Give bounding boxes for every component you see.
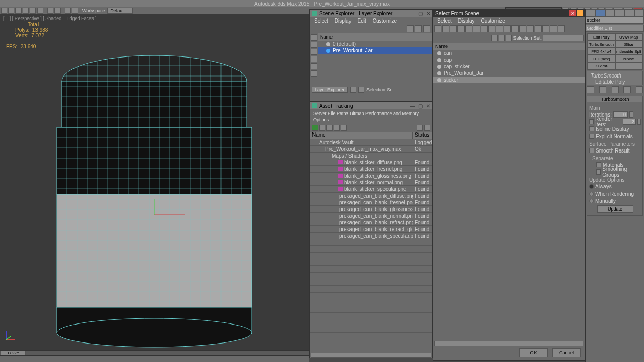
col-name[interactable]: Name <box>310 132 413 139</box>
tree-row[interactable]: 0 (default) <box>318 41 432 47</box>
tool-btn[interactable] <box>417 125 423 131</box>
tab-motion[interactable] <box>615 9 624 16</box>
tool-btn[interactable] <box>491 35 498 41</box>
menu-display[interactable]: Display <box>335 18 352 24</box>
modifier-button[interactable]: FFD 4x4x4 <box>587 48 615 55</box>
smooth-check[interactable] <box>589 148 594 153</box>
filter-btn[interactable] <box>473 25 480 32</box>
asset-row[interactable]: prekaged_can_blank_refract_glossiness.p.… <box>310 226 432 233</box>
tool-btn[interactable] <box>326 125 333 131</box>
side-btn[interactable] <box>311 70 317 77</box>
scene-item[interactable]: cap_sticker <box>433 63 585 70</box>
render-iters-check[interactable] <box>589 119 594 124</box>
scene-item[interactable]: can <box>433 50 585 56</box>
menu-select[interactable]: Select <box>314 18 328 24</box>
app-icon[interactable] <box>1 8 7 14</box>
tool-btn[interactable] <box>358 87 364 93</box>
scene-item[interactable]: cap <box>433 56 585 63</box>
minimize-icon[interactable]: — <box>410 103 415 109</box>
menu-customize[interactable]: Customize <box>481 18 505 24</box>
maximize-icon[interactable]: ▢ <box>418 11 423 16</box>
menu-edit[interactable]: Edit <box>358 18 366 24</box>
toolbar-btn[interactable] <box>37 8 43 14</box>
tab-display[interactable] <box>624 9 634 16</box>
modifier-button[interactable]: TurboSmooth <box>587 41 615 48</box>
toolbar-btn[interactable] <box>8 8 14 14</box>
tab-modify[interactable] <box>596 9 605 16</box>
close-icon[interactable]: ✕ <box>426 103 430 109</box>
side-btn[interactable] <box>311 42 317 48</box>
col-header[interactable]: Name <box>318 33 432 41</box>
asset-row[interactable]: prekaged_can_blank_refract.pngFound <box>310 219 432 226</box>
tab-utilities[interactable] <box>634 9 644 16</box>
stack-btn[interactable] <box>623 86 631 93</box>
always-radio[interactable] <box>589 184 594 189</box>
rollout-header[interactable]: TurboSmooth <box>587 96 642 102</box>
tab-hierarchy[interactable] <box>605 9 615 16</box>
asset-row[interactable]: prekaged_can_blank_glossiness.pngFound <box>310 206 432 213</box>
filter-btn[interactable] <box>488 25 495 32</box>
stack-btn[interactable] <box>612 86 619 93</box>
col-name[interactable]: Name <box>433 43 585 50</box>
tool-btn[interactable] <box>407 25 414 32</box>
asset-row[interactable]: blank_sticker_fresnel.pngFound <box>310 166 432 173</box>
layer-dropdown[interactable]: Layer Explorer <box>312 87 348 93</box>
asset-row[interactable]: prekaged_can_blank_normal.pngFound <box>310 213 432 219</box>
close-icon[interactable]: ✕ <box>569 10 576 16</box>
viewport[interactable]: [ + ] [ Perspective ] [ Shaded + Edged F… <box>0 14 309 353</box>
toolbar-btn[interactable] <box>30 8 36 14</box>
toolbar-btn[interactable] <box>47 8 53 14</box>
stack-btn[interactable] <box>587 86 594 93</box>
viewport-label[interactable]: [ + ] [ Perspective ] [ Shaded + Edged F… <box>3 16 97 21</box>
filter-btn[interactable] <box>457 25 465 32</box>
toolbar-btn[interactable] <box>23 8 29 14</box>
asset-row[interactable]: blank_sticker_diffuse.pngFound <box>310 159 432 166</box>
filter-btn[interactable] <box>481 25 488 32</box>
stack-btn[interactable] <box>636 86 643 93</box>
side-btn[interactable] <box>311 56 317 62</box>
tool-btn[interactable] <box>423 25 430 32</box>
tree-row[interactable]: Pre_Workout_Jar <box>318 47 432 54</box>
scene-item[interactable]: sticker <box>433 77 585 83</box>
filter-btn[interactable] <box>527 25 534 32</box>
modifier-button[interactable]: Slice <box>615 41 643 48</box>
tool-btn[interactable] <box>334 125 340 131</box>
asset-row[interactable]: Pre_Workout_Jar_max_vray.maxOk <box>310 146 432 153</box>
asset-row[interactable]: blank_sticker_glossiness.pngFound <box>310 173 432 179</box>
spinner[interactable] <box>629 111 633 118</box>
asset-row[interactable]: prekaged_can_blank_specular.pngFound <box>310 233 432 239</box>
filter-btn[interactable] <box>542 25 549 32</box>
modifier-button[interactable]: UVW Map <box>615 33 643 41</box>
cancel-button[interactable]: Cancel <box>552 348 581 357</box>
filter-btn[interactable] <box>519 25 526 32</box>
col-status[interactable]: Status <box>413 132 432 139</box>
filter-btn[interactable] <box>450 25 457 32</box>
when-radio[interactable] <box>589 192 594 196</box>
filter-btn[interactable] <box>442 25 449 32</box>
ok-button[interactable]: OK <box>519 348 548 357</box>
menu-customize[interactable]: Customize <box>373 18 397 24</box>
side-btn[interactable] <box>311 34 317 41</box>
modifier-button[interactable]: Edit Poly <box>587 33 615 41</box>
modifier-button[interactable]: FFD(box) <box>587 55 615 62</box>
asset-menu[interactable]: Server File Paths Bitmap Performance and… <box>310 109 432 124</box>
smgroups-check[interactable] <box>596 169 601 175</box>
menu-display[interactable]: Display <box>458 18 475 24</box>
isoline-check[interactable] <box>589 126 594 131</box>
minimize-icon[interactable]: — <box>410 11 415 16</box>
asset-row[interactable]: Maps / Shaders <box>310 153 432 159</box>
asset-row[interactable]: blank_sticker_specular.pngFound <box>310 186 432 193</box>
toolbar-btn[interactable] <box>72 8 78 14</box>
workspace-dropdown[interactable]: Default <box>107 8 133 14</box>
toolbar-btn[interactable] <box>15 8 22 14</box>
asset-row[interactable]: Autodesk VaultLogged <box>310 139 432 146</box>
tool-btn[interactable] <box>350 87 356 93</box>
close-icon[interactable]: ✕ <box>426 11 430 16</box>
filter-btn[interactable] <box>535 25 542 32</box>
selset-dropdown[interactable] <box>543 35 584 41</box>
tool-btn[interactable] <box>312 125 318 131</box>
modifier-button[interactable]: Noise <box>615 55 643 62</box>
tool-btn[interactable] <box>319 125 325 131</box>
maximize-icon[interactable]: ▢ <box>418 103 423 109</box>
toolbar-btn[interactable] <box>54 8 61 14</box>
